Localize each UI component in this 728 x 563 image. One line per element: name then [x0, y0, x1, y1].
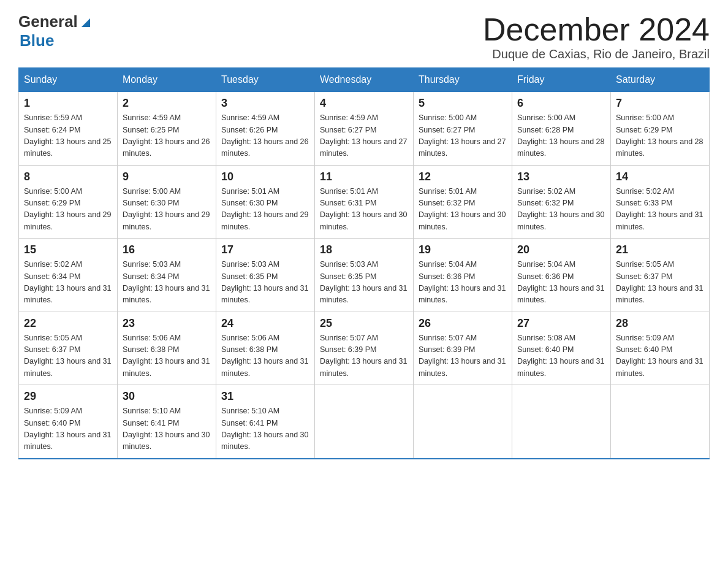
- day-number: 24: [221, 317, 309, 330]
- day-info: Sunrise: 5:00 AMSunset: 6:28 PMDaylight:…: [517, 112, 605, 160]
- table-row: [414, 385, 512, 459]
- day-number: 21: [616, 243, 704, 256]
- table-row: 27 Sunrise: 5:08 AMSunset: 6:40 PMDaylig…: [512, 312, 611, 385]
- day-info: Sunrise: 5:02 AMSunset: 6:34 PMDaylight:…: [24, 259, 112, 307]
- day-number: 9: [123, 170, 211, 183]
- calendar-week-row: 1 Sunrise: 5:59 AMSunset: 6:24 PMDayligh…: [19, 92, 710, 166]
- table-row: 5 Sunrise: 5:00 AMSunset: 6:27 PMDayligh…: [414, 92, 512, 166]
- table-row: 18 Sunrise: 5:03 AMSunset: 6:35 PMDaylig…: [315, 239, 414, 312]
- day-info: Sunrise: 5:00 AMSunset: 6:29 PMDaylight:…: [24, 186, 112, 234]
- day-number: 13: [517, 170, 605, 183]
- day-number: 7: [616, 97, 704, 110]
- day-number: 14: [616, 170, 704, 183]
- table-row: [512, 385, 611, 459]
- calendar-week-row: 22 Sunrise: 5:05 AMSunset: 6:37 PMDaylig…: [19, 312, 710, 385]
- day-number: 19: [419, 243, 507, 256]
- table-row: 12 Sunrise: 5:01 AMSunset: 6:32 PMDaylig…: [414, 165, 512, 239]
- day-info: Sunrise: 5:10 AMSunset: 6:41 PMDaylight:…: [221, 405, 309, 453]
- day-info: Sunrise: 5:04 AMSunset: 6:36 PMDaylight:…: [517, 259, 605, 307]
- day-number: 5: [419, 97, 507, 110]
- calendar-week-row: 8 Sunrise: 5:00 AMSunset: 6:29 PMDayligh…: [19, 165, 710, 239]
- day-info: Sunrise: 5:02 AMSunset: 6:33 PMDaylight:…: [616, 186, 704, 234]
- month-title: December 2024: [483, 12, 710, 47]
- table-row: 1 Sunrise: 5:59 AMSunset: 6:24 PMDayligh…: [19, 92, 118, 166]
- day-info: Sunrise: 5:06 AMSunset: 6:38 PMDaylight:…: [123, 332, 211, 380]
- day-info: Sunrise: 5:09 AMSunset: 6:40 PMDaylight:…: [24, 405, 112, 453]
- table-row: 16 Sunrise: 5:03 AMSunset: 6:34 PMDaylig…: [118, 239, 216, 312]
- table-row: 15 Sunrise: 5:02 AMSunset: 6:34 PMDaylig…: [19, 239, 118, 312]
- svg-marker-0: [82, 18, 90, 27]
- day-info: Sunrise: 5:01 AMSunset: 6:31 PMDaylight:…: [320, 186, 408, 234]
- table-row: 23 Sunrise: 5:06 AMSunset: 6:38 PMDaylig…: [118, 312, 216, 385]
- table-row: 8 Sunrise: 5:00 AMSunset: 6:29 PMDayligh…: [19, 165, 118, 239]
- logo-blue-text: Blue: [20, 31, 54, 50]
- table-row: [611, 385, 710, 459]
- table-row: 3 Sunrise: 4:59 AMSunset: 6:26 PMDayligh…: [216, 92, 315, 166]
- day-info: Sunrise: 5:04 AMSunset: 6:36 PMDaylight:…: [419, 259, 507, 307]
- logo: General Blue: [18, 12, 93, 50]
- day-number: 22: [24, 317, 112, 330]
- day-info: Sunrise: 5:07 AMSunset: 6:39 PMDaylight:…: [419, 332, 507, 380]
- calendar-week-row: 29 Sunrise: 5:09 AMSunset: 6:40 PMDaylig…: [19, 385, 710, 459]
- day-info: Sunrise: 5:03 AMSunset: 6:35 PMDaylight:…: [320, 259, 408, 307]
- day-number: 4: [320, 97, 408, 110]
- table-row: 25 Sunrise: 5:07 AMSunset: 6:39 PMDaylig…: [315, 312, 414, 385]
- day-info: Sunrise: 5:05 AMSunset: 6:37 PMDaylight:…: [24, 332, 112, 380]
- calendar-week-row: 15 Sunrise: 5:02 AMSunset: 6:34 PMDaylig…: [19, 239, 710, 312]
- day-info: Sunrise: 5:00 AMSunset: 6:27 PMDaylight:…: [419, 112, 507, 160]
- table-row: 2 Sunrise: 4:59 AMSunset: 6:25 PMDayligh…: [118, 92, 216, 166]
- day-info: Sunrise: 5:02 AMSunset: 6:32 PMDaylight:…: [517, 186, 605, 234]
- table-row: 14 Sunrise: 5:02 AMSunset: 6:33 PMDaylig…: [611, 165, 710, 239]
- table-row: 31 Sunrise: 5:10 AMSunset: 6:41 PMDaylig…: [216, 385, 315, 459]
- day-number: 29: [24, 390, 112, 403]
- day-number: 27: [517, 317, 605, 330]
- table-row: 10 Sunrise: 5:01 AMSunset: 6:30 PMDaylig…: [216, 165, 315, 239]
- table-row: 11 Sunrise: 5:01 AMSunset: 6:31 PMDaylig…: [315, 165, 414, 239]
- table-row: 4 Sunrise: 4:59 AMSunset: 6:27 PMDayligh…: [315, 92, 414, 166]
- header-thursday: Thursday: [414, 68, 512, 92]
- day-number: 26: [419, 317, 507, 330]
- day-number: 31: [221, 390, 309, 403]
- day-info: Sunrise: 5:00 AMSunset: 6:29 PMDaylight:…: [616, 112, 704, 160]
- header: General Blue December 2024 Duque de Caxi…: [18, 12, 710, 61]
- table-row: 17 Sunrise: 5:03 AMSunset: 6:35 PMDaylig…: [216, 239, 315, 312]
- day-number: 11: [320, 170, 408, 183]
- day-number: 16: [123, 243, 211, 256]
- table-row: 29 Sunrise: 5:09 AMSunset: 6:40 PMDaylig…: [19, 385, 118, 459]
- table-row: 13 Sunrise: 5:02 AMSunset: 6:32 PMDaylig…: [512, 165, 611, 239]
- header-saturday: Saturday: [611, 68, 710, 92]
- day-number: 17: [221, 243, 309, 256]
- day-info: Sunrise: 5:59 AMSunset: 6:24 PMDaylight:…: [24, 112, 112, 160]
- day-number: 28: [616, 317, 704, 330]
- logo-triangle-icon: [79, 15, 93, 28]
- day-number: 10: [221, 170, 309, 183]
- table-row: 22 Sunrise: 5:05 AMSunset: 6:37 PMDaylig…: [19, 312, 118, 385]
- day-info: Sunrise: 5:01 AMSunset: 6:32 PMDaylight:…: [419, 186, 507, 234]
- day-number: 2: [123, 97, 211, 110]
- day-number: 30: [123, 390, 211, 403]
- location-title: Duque de Caxias, Rio de Janeiro, Brazil: [483, 47, 710, 61]
- day-info: Sunrise: 5:01 AMSunset: 6:30 PMDaylight:…: [221, 186, 309, 234]
- day-number: 3: [221, 97, 309, 110]
- day-number: 25: [320, 317, 408, 330]
- day-info: Sunrise: 5:03 AMSunset: 6:35 PMDaylight:…: [221, 259, 309, 307]
- table-row: 21 Sunrise: 5:05 AMSunset: 6:37 PMDaylig…: [611, 239, 710, 312]
- day-info: Sunrise: 5:10 AMSunset: 6:41 PMDaylight:…: [123, 405, 211, 453]
- table-row: [315, 385, 414, 459]
- header-monday: Monday: [118, 68, 216, 92]
- day-info: Sunrise: 4:59 AMSunset: 6:26 PMDaylight:…: [221, 112, 309, 160]
- day-info: Sunrise: 5:00 AMSunset: 6:30 PMDaylight:…: [123, 186, 211, 234]
- day-info: Sunrise: 4:59 AMSunset: 6:27 PMDaylight:…: [320, 112, 408, 160]
- day-number: 1: [24, 97, 112, 110]
- calendar-table: Sunday Monday Tuesday Wednesday Thursday…: [18, 67, 710, 459]
- day-info: Sunrise: 5:09 AMSunset: 6:40 PMDaylight:…: [616, 332, 704, 380]
- table-row: 20 Sunrise: 5:04 AMSunset: 6:36 PMDaylig…: [512, 239, 611, 312]
- table-row: 6 Sunrise: 5:00 AMSunset: 6:28 PMDayligh…: [512, 92, 611, 166]
- day-number: 12: [419, 170, 507, 183]
- day-number: 23: [123, 317, 211, 330]
- table-row: 30 Sunrise: 5:10 AMSunset: 6:41 PMDaylig…: [118, 385, 216, 459]
- table-row: 9 Sunrise: 5:00 AMSunset: 6:30 PMDayligh…: [118, 165, 216, 239]
- title-area: December 2024 Duque de Caxias, Rio de Ja…: [483, 12, 710, 61]
- day-number: 18: [320, 243, 408, 256]
- table-row: 24 Sunrise: 5:06 AMSunset: 6:38 PMDaylig…: [216, 312, 315, 385]
